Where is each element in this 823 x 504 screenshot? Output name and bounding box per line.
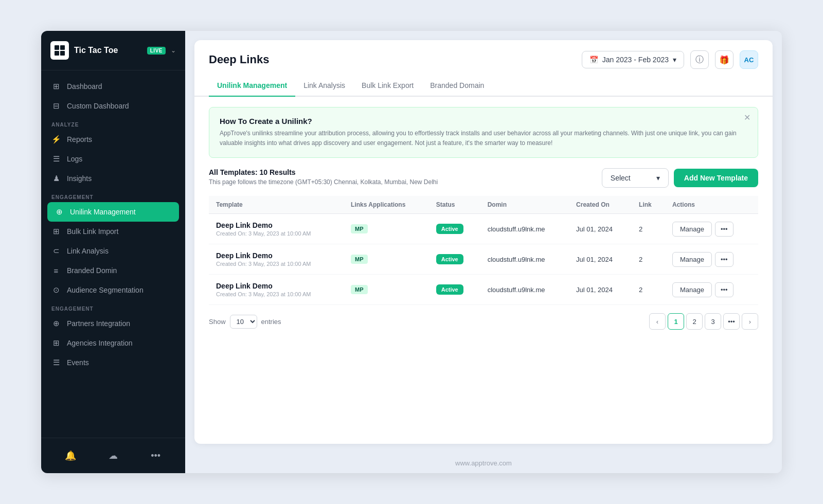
live-badge: LIVE [147,47,166,55]
sidebar-item-unilink-management[interactable]: ⊕ Unilink Management [47,202,179,222]
sidebar-item-agencies-integration[interactable]: ⊞ Agencies Integration [41,333,185,353]
sidebar-item-label: Events [67,358,89,367]
template-created: Created On: 3 May, 2023 at 10:00 AM [216,230,336,237]
sidebar-item-label: Branded Domin [67,266,117,275]
manage-button[interactable]: Manage [672,222,712,237]
col-link: Link [632,196,665,214]
prev-page-button[interactable]: ‹ [649,313,666,330]
table-row: Deep Link Demo Created On: 3 May, 2023 a… [209,214,758,244]
col-domain: Domin [480,196,569,214]
select-dropdown[interactable]: Select ▾ [602,168,669,188]
more-options-button[interactable]: ••• [147,446,165,465]
pagination-controls: ‹ 1 2 3 ••• › [649,313,758,330]
add-template-button[interactable]: Add New Template [674,169,758,187]
calendar-icon: 📅 [589,56,598,64]
nav-section-analyze: ANALYZE [41,116,185,130]
sidebar: Tic Tac Toe LIVE ⌄ ⊞ Dashboard ⊟ Custom … [41,31,185,473]
manage-button[interactable]: Manage [672,252,712,267]
show-label: Show [209,318,226,326]
cell-actions: Manage ••• [665,214,758,244]
page-2-button[interactable]: 2 [686,313,703,330]
entries-label: entries [261,318,281,326]
sidebar-footer: 🔔 ☁ ••• [41,438,185,473]
page-ellipsis: ••• [723,313,740,330]
sidebar-item-partners-integration[interactable]: ⊕ Partners Integration [41,314,185,333]
footer-url: www.apptrove.com [455,459,512,467]
status-badge: Active [436,284,463,295]
cell-link-count: 2 [632,244,665,275]
user-avatar[interactable]: AC [740,50,758,69]
bulk-link-icon: ⊞ [51,227,61,236]
cell-link-count: 2 [632,275,665,305]
sidebar-item-label: Partners Integration [67,319,130,328]
reports-icon: ⚡ [51,135,61,144]
audience-icon: ⊙ [51,285,61,295]
sidebar-item-label: Custom Dashboard [67,102,129,110]
page-3-button[interactable]: 3 [705,313,721,330]
more-actions-button[interactable]: ••• [715,252,733,267]
sidebar-item-link-analysis[interactable]: ⊂ Link Analysis [41,241,185,261]
unilink-icon: ⊕ [55,207,64,217]
show-entries: Show 10 25 50 entries [209,315,281,329]
app-logo [50,41,69,60]
data-table: Template Links Applications Status Domin… [209,196,758,305]
tab-unilink-management[interactable]: Unilink Management [209,77,295,97]
gift-button[interactable]: 🎁 [715,50,733,69]
agencies-icon: ⊞ [51,338,61,348]
main-panel: Deep Links 📅 Jan 2023 - Feb 2023 ▾ ⓘ 🎁 A… [194,40,773,444]
sidebar-item-logs[interactable]: ☰ Logs [41,149,185,169]
sidebar-item-insights[interactable]: ♟ Insights [41,169,185,188]
sidebar-item-bulk-link-import[interactable]: ⊞ Bulk Link Import [41,222,185,241]
col-actions: Actions [665,196,758,214]
cell-app-badge: MP [344,275,429,305]
template-created: Created On: 3 May, 2023 at 10:00 AM [216,291,336,297]
next-page-button[interactable]: › [742,313,758,330]
sidebar-item-reports[interactable]: ⚡ Reports [41,130,185,149]
notifications-button[interactable]: 🔔 [61,446,80,465]
table-meta-title: All Templates: 10 Results [209,168,438,176]
cloud-button[interactable]: ☁ [104,446,122,465]
toolbar-right: Select ▾ Add New Template [602,168,758,188]
gift-icon: 🎁 [719,55,729,65]
sidebar-item-branded-domain[interactable]: ≡ Branded Domin [41,261,185,280]
cell-domain: cloudstuff.u9lnk.me [480,275,569,305]
sidebar-item-audience-segmentation[interactable]: ⊙ Audience Segmentation [41,280,185,300]
table-row: Deep Link Demo Created On: 3 May, 2023 a… [209,275,758,305]
banner-text: AppTrove's unilinks streamline your attr… [220,129,747,148]
sidebar-collapse-icon[interactable]: ⌄ [171,47,176,54]
entries-select[interactable]: 10 25 50 [230,315,257,329]
banner-close-button[interactable]: ✕ [744,114,750,122]
info-button[interactable]: ⓘ [690,50,709,69]
sidebar-nav: ⊞ Dashboard ⊟ Custom Dashboard ANALYZE ⚡… [41,70,185,438]
pagination-bar: Show 10 25 50 entries ‹ 1 2 3 ••• [209,313,758,330]
cell-created-on: Jul 01, 2024 [569,275,632,305]
page-1-button[interactable]: 1 [668,313,684,330]
page-tabs: Unilink Management Link Analysis Bulk Li… [194,71,773,97]
sidebar-item-label: Link Analysis [67,247,109,255]
chevron-down-icon: ▾ [673,56,676,64]
col-created-on: Created On [569,196,632,214]
select-label: Select [611,174,631,182]
banner-title: How To Create a Unilink? [220,117,747,125]
sidebar-item-dashboard[interactable]: ⊞ Dashboard [41,77,185,96]
col-template: Template [209,196,344,214]
partners-icon: ⊕ [51,319,61,328]
cell-app-badge: MP [344,214,429,244]
actions-cell: Manage ••• [672,282,751,297]
date-range-button[interactable]: 📅 Jan 2023 - Feb 2023 ▾ [582,51,684,68]
template-name: Deep Link Demo [216,282,336,290]
app-badge: MP [351,224,368,233]
sidebar-item-label: Unilink Management [70,208,136,216]
nav-section-engagement-2: ENGAGEMENT [41,300,185,314]
tab-bulk-link-export[interactable]: Bulk Link Export [353,77,422,97]
sidebar-item-custom-dashboard[interactable]: ⊟ Custom Dashboard [41,96,185,116]
tab-link-analysis[interactable]: Link Analysis [295,77,353,97]
manage-button[interactable]: Manage [672,282,712,297]
sidebar-item-events[interactable]: ☰ Events [41,353,185,372]
insights-icon: ♟ [51,174,61,183]
header-actions: 📅 Jan 2023 - Feb 2023 ▾ ⓘ 🎁 AC [582,50,758,69]
actions-cell: Manage ••• [672,222,751,237]
tab-branded-domain[interactable]: Branded Domain [422,77,492,97]
more-actions-button[interactable]: ••• [715,222,733,237]
more-actions-button[interactable]: ••• [715,282,733,297]
